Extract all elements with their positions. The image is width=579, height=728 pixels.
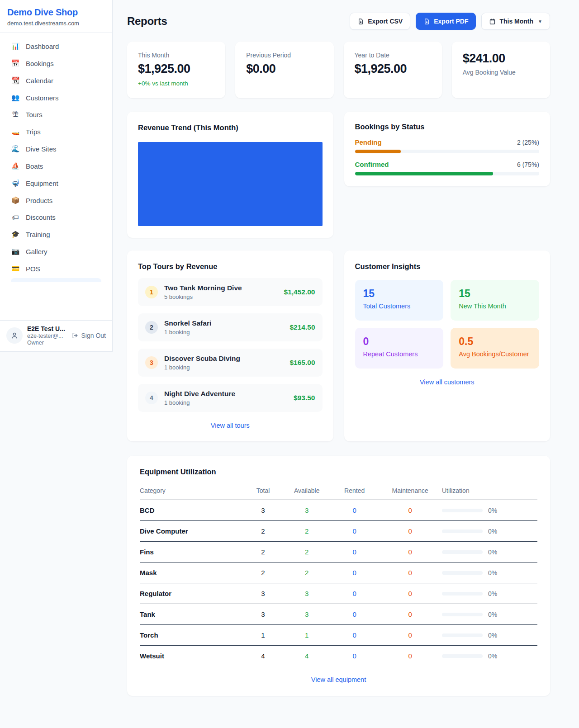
rank-badge: 4 bbox=[145, 392, 158, 404]
export-pdf-button[interactable]: Export PDF bbox=[416, 13, 476, 30]
sidebar-item-label: Equipment bbox=[26, 180, 58, 187]
dive-sites-icon: 🌊 bbox=[11, 145, 20, 153]
list-item: 1 Two Tank Morning Dive 5 bookings $1,45… bbox=[138, 278, 323, 306]
sidebar-nav: 📊 Dashboard 📅 Bookings 📆 Calendar 👥 Cust… bbox=[0, 33, 112, 282]
sidebar-item-reports-partial[interactable] bbox=[11, 278, 101, 282]
bookings-by-status-card: Bookings by Status Pending 2 (25%) Confi… bbox=[344, 112, 551, 186]
discounts-icon: 🏷 bbox=[11, 213, 20, 221]
row-revenue-status: Revenue Trend (This Month) Bookings by S… bbox=[127, 112, 550, 238]
tile-value: 0.5 bbox=[459, 336, 531, 348]
sign-out-button[interactable]: Sign Out bbox=[71, 332, 106, 339]
stat-label: Year to Date bbox=[355, 52, 431, 59]
sidebar-item-label: Discounts bbox=[26, 213, 56, 221]
sidebar-item-dive-sites[interactable]: 🌊 Dive Sites bbox=[5, 140, 107, 157]
bookings-icon: 📅 bbox=[11, 59, 20, 67]
utilization-percent: 0% bbox=[488, 590, 497, 597]
tour-amount: $214.50 bbox=[290, 323, 315, 331]
equipment-total: 1 bbox=[243, 625, 283, 646]
view-all-customers-link[interactable]: View all customers bbox=[355, 378, 540, 386]
tile-avg-bookings-customer: 0.5 Avg Bookings/Customer bbox=[451, 328, 539, 369]
equipment-maintenance: 0 bbox=[378, 583, 442, 604]
equipment-category: Tank bbox=[140, 604, 243, 625]
tile-label: Avg Bookings/Customer bbox=[459, 350, 531, 358]
sidebar-item-gallery[interactable]: 📷 Gallery bbox=[5, 243, 107, 260]
calendar-icon: 📆 bbox=[11, 76, 20, 85]
equipment-category: Fins bbox=[140, 542, 243, 563]
period-dropdown[interactable]: This Month ▼ bbox=[481, 13, 550, 30]
tile-label: Total Customers bbox=[363, 303, 436, 310]
equipment-available: 1 bbox=[283, 625, 330, 646]
table-header-row: Category Total Available Rented Maintena… bbox=[140, 482, 537, 500]
equipment-total: 4 bbox=[243, 646, 283, 667]
sidebar-item-discounts[interactable]: 🏷 Discounts bbox=[5, 209, 107, 226]
sidebar-item-equipment[interactable]: 🤿 Equipment bbox=[5, 175, 107, 192]
export-csv-label: Export CSV bbox=[368, 18, 403, 25]
header-actions: Export CSV Export PDF This Month ▼ bbox=[350, 13, 550, 30]
sidebar-item-calendar[interactable]: 📆 Calendar bbox=[5, 72, 107, 89]
sidebar-item-label: Tours bbox=[26, 111, 43, 118]
sidebar-item-label: POS bbox=[26, 265, 40, 273]
sidebar-item-customers[interactable]: 👥 Customers bbox=[5, 89, 107, 106]
equipment-maintenance: 0 bbox=[378, 521, 442, 542]
sidebar-item-trips[interactable]: 🚤 Trips bbox=[5, 123, 107, 140]
user-meta: E2E Test U... e2e-tester@... Owner bbox=[27, 325, 67, 346]
sidebar-item-bookings[interactable]: 📅 Bookings bbox=[5, 55, 107, 72]
export-csv-button[interactable]: Export CSV bbox=[350, 13, 410, 30]
sidebar-item-boats[interactable]: ⛵ Boats bbox=[5, 157, 107, 175]
stat-value: $241.00 bbox=[463, 52, 539, 66]
sidebar-item-products[interactable]: 📦 Products bbox=[5, 192, 107, 209]
equipment-category: BCD bbox=[140, 500, 243, 521]
equipment-table: Category Total Available Rented Maintena… bbox=[140, 482, 537, 666]
tour-bookings: 5 bookings bbox=[164, 293, 284, 300]
sidebar-item-label: Calendar bbox=[26, 77, 53, 85]
utilization-bar-track bbox=[442, 633, 483, 637]
tour-amount: $93.50 bbox=[294, 394, 315, 402]
equipment-available: 2 bbox=[283, 542, 330, 563]
view-all-equipment-link[interactable]: View all equipment bbox=[140, 676, 537, 683]
status-bar-fill bbox=[355, 172, 494, 175]
rank-badge: 2 bbox=[145, 321, 158, 334]
equipment-utilization: 0% bbox=[442, 646, 537, 667]
column-header-utilization: Utilization bbox=[442, 482, 537, 500]
gallery-icon: 📷 bbox=[11, 247, 20, 255]
stats-row: This Month $1,925.00 +0% vs last month P… bbox=[127, 42, 550, 98]
calendar-icon bbox=[489, 18, 496, 25]
stat-value: $1,925.00 bbox=[138, 62, 214, 76]
sidebar-header: Demo Dive Shop demo.test.divestreams.com bbox=[0, 0, 112, 33]
revenue-trend-title: Revenue Trend (This Month) bbox=[138, 123, 323, 132]
equipment-rented: 0 bbox=[331, 583, 378, 604]
sign-out-label: Sign Out bbox=[81, 332, 106, 339]
table-row: Torch 1 1 0 0 0% bbox=[140, 625, 537, 646]
bookings-by-status-title: Bookings by Status bbox=[355, 123, 540, 131]
equipment-rented: 0 bbox=[331, 500, 378, 521]
table-row: Dive Computer 2 2 0 0 0% bbox=[140, 521, 537, 542]
sidebar-item-dashboard[interactable]: 📊 Dashboard bbox=[5, 38, 107, 55]
column-header-category: Category bbox=[140, 482, 243, 500]
utilization-percent: 0% bbox=[488, 611, 497, 618]
equipment-available: 2 bbox=[283, 563, 330, 583]
equipment-available: 4 bbox=[283, 646, 330, 667]
list-item: 3 Discover Scuba Diving 1 booking $165.0… bbox=[138, 349, 323, 377]
sidebar-item-pos[interactable]: 💳 POS bbox=[5, 260, 107, 277]
sidebar-item-label: Customers bbox=[26, 94, 59, 102]
table-row: Tank 3 3 0 0 0% bbox=[140, 604, 537, 625]
export-pdf-label: Export PDF bbox=[434, 18, 468, 25]
equipment-maintenance: 0 bbox=[378, 604, 442, 625]
sidebar-item-label: Dashboard bbox=[26, 43, 59, 50]
tour-amount: $1,452.00 bbox=[284, 288, 315, 296]
equipment-maintenance: 0 bbox=[378, 563, 442, 583]
status-value: 6 (75%) bbox=[517, 161, 539, 168]
sidebar-item-tours[interactable]: 🏝 Tours bbox=[5, 106, 107, 123]
equipment-available: 3 bbox=[283, 583, 330, 604]
trips-icon: 🚤 bbox=[11, 128, 20, 136]
utilization-percent: 0% bbox=[488, 652, 497, 660]
utilization-percent: 0% bbox=[488, 528, 497, 535]
status-row-confirmed: Confirmed 6 (75%) bbox=[355, 161, 540, 175]
sidebar-item-training[interactable]: 🎓 Training bbox=[5, 226, 107, 243]
top-tours-title: Top Tours by Revenue bbox=[138, 262, 323, 271]
view-all-tours-link[interactable]: View all tours bbox=[138, 422, 323, 429]
sidebar-item-label: Gallery bbox=[26, 248, 47, 255]
customers-icon: 👥 bbox=[11, 94, 20, 102]
sidebar: Demo Dive Shop demo.test.divestreams.com… bbox=[0, 0, 113, 352]
equipment-maintenance: 0 bbox=[378, 542, 442, 563]
